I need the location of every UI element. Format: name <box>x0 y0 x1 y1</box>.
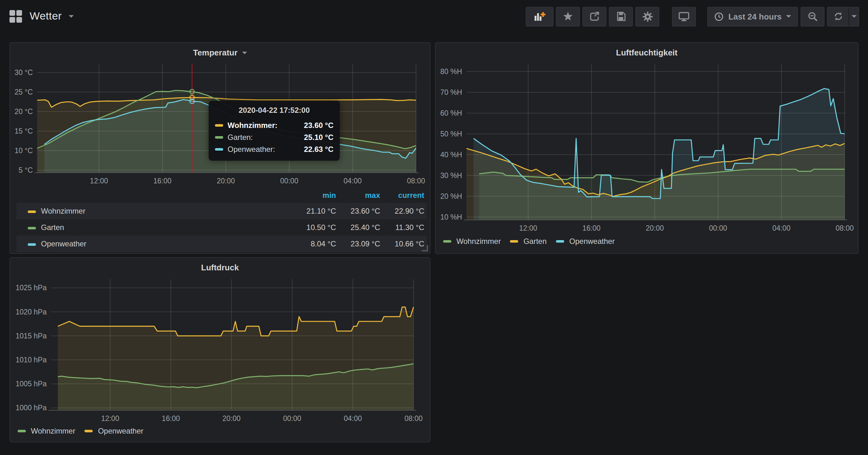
y-axis-tick-label: 70 %H <box>440 88 462 96</box>
legend-current-value: 22.90 °C <box>383 203 427 219</box>
humidity-chart[interactable]: 80 %H70 %H60 %H50 %H40 %H30 %H20 %H10 %H… <box>436 43 858 236</box>
panel-title-temperature[interactable]: Temperatur <box>193 48 247 57</box>
legend-item-wohnzimmer[interactable]: Wohnzimmer <box>443 237 501 246</box>
series-color-swatch <box>85 430 93 432</box>
save-button[interactable] <box>609 7 633 26</box>
add-panel-icon <box>534 11 546 22</box>
x-axis-tick-label: 08:00 <box>836 224 854 232</box>
legend-current-value: 11.30 °C <box>383 219 427 236</box>
series-area-openweather <box>474 89 845 220</box>
legend-row-wohnzimmer: Wohnzimmer21.10 °C23.60 °C22.90 °C <box>17 203 427 219</box>
legend-series-toggle[interactable]: Wohnzimmer <box>28 207 85 216</box>
y-axis-tick-label: 1020 hPa <box>16 308 47 316</box>
y-axis-tick-label: 1010 hPa <box>16 356 47 364</box>
x-axis-tick-label: 20:00 <box>646 224 664 232</box>
y-axis-tick-label: 10 °C <box>14 147 33 155</box>
tooltip-series-value: 23.60 °C <box>304 121 334 130</box>
panel-title-pressure[interactable]: Luftdruck <box>201 263 239 272</box>
x-axis-tick-label: 00:00 <box>283 414 301 423</box>
navbar-actions: Last 24 hours <box>524 7 859 26</box>
x-axis-tick-label: 16:00 <box>162 414 180 423</box>
panel-pressure: Luftdruck 1025 hPa1020 hPa1015 hPa1010 h… <box>9 257 431 443</box>
series-color-swatch <box>556 240 564 242</box>
legend-min-value: 10.50 °C <box>294 219 339 236</box>
panel-header-pressure: Luftdruck <box>10 262 430 273</box>
series-color-swatch <box>215 136 223 138</box>
legend-series-toggle[interactable]: Garten <box>28 223 64 232</box>
x-axis-tick-label: 00:00 <box>709 224 727 232</box>
legend-header-max[interactable]: max <box>339 189 383 203</box>
legend-item-openweather[interactable]: Openweather <box>556 237 615 246</box>
legend-min-value: 8.04 °C <box>294 236 339 252</box>
pressure-chart[interactable]: 1025 hPa1020 hPa1015 hPa1010 hPa1005 hPa… <box>10 258 430 423</box>
zoom-out-button[interactable] <box>801 7 825 26</box>
legend-series-toggle[interactable]: Openweather <box>28 239 86 248</box>
series-name-label: Wohnzimmer <box>31 427 75 435</box>
series-color-swatch <box>443 240 451 242</box>
legend-item-garten[interactable]: Garten <box>510 237 547 246</box>
series-color-swatch <box>28 227 36 229</box>
y-axis-tick-label: 1025 hPa <box>16 284 47 292</box>
series-color-swatch <box>28 243 36 246</box>
panel-resize-handle[interactable] <box>422 245 428 252</box>
refresh-icon <box>833 11 843 22</box>
share-button[interactable] <box>583 7 607 26</box>
tooltip-row-wohnzimmer: Wohnzimmer:23.60 °C <box>215 119 334 131</box>
y-axis-tick-label: 30 %H <box>440 171 462 180</box>
tooltip-series-value: 22.63 °C <box>304 144 334 154</box>
save-icon <box>616 11 626 22</box>
grafana-dashboard: Wetter <box>0 0 868 455</box>
series-name-label: Wohnzimmer <box>41 207 85 216</box>
star-button[interactable] <box>556 7 580 26</box>
chevron-down-icon <box>242 52 247 54</box>
tooltip-series-name: Wohnzimmer: <box>227 121 304 130</box>
navbar: Wetter <box>0 0 868 33</box>
legend-current-value: 10.66 °C <box>383 236 427 252</box>
humidity-legend: WohnzimmerGartenOpenweather <box>443 237 615 246</box>
legend-item-openweather[interactable]: Openweather <box>85 427 144 435</box>
series-color-swatch <box>28 210 36 213</box>
y-axis-tick-label: 25 °C <box>14 88 33 96</box>
chevron-down-icon[interactable] <box>69 15 74 18</box>
x-axis-tick-label: 04:00 <box>344 177 362 185</box>
legend-row-openweather: Openweather8.04 °C23.09 °C10.66 °C <box>17 236 427 252</box>
time-range-button[interactable]: Last 24 hours <box>708 7 798 26</box>
y-axis-tick-label: 15 °C <box>14 127 33 135</box>
y-axis-tick-label: 30 °C <box>14 68 33 76</box>
navbar-left: Wetter <box>9 9 74 23</box>
y-axis-tick-label: 5 °C <box>19 166 33 174</box>
refresh-interval-dropdown[interactable] <box>849 7 859 26</box>
panel-title-text: Temperatur <box>193 48 237 57</box>
x-axis-tick-label: 04:00 <box>344 414 362 423</box>
legend-item-wohnzimmer[interactable]: Wohnzimmer <box>18 427 75 435</box>
series-name-label: Openweather <box>569 237 615 246</box>
add-panel-button[interactable] <box>526 7 554 26</box>
dashboards-grid-icon[interactable] <box>9 9 23 23</box>
panel-title-text: Luftfeuchtigkeit <box>616 48 678 57</box>
y-axis-tick-label: 20 °C <box>14 107 33 116</box>
clock-icon <box>714 12 724 21</box>
tooltip-series-value: 25.10 °C <box>304 133 334 141</box>
gear-icon <box>642 11 653 22</box>
zoom-out-icon <box>807 11 818 22</box>
refresh-button[interactable] <box>828 7 849 26</box>
cycle-view-button[interactable] <box>672 7 696 26</box>
x-axis-tick-label: 04:00 <box>772 224 790 232</box>
x-axis-tick-label: 12:00 <box>101 414 120 423</box>
x-axis-tick-label: 12:00 <box>90 177 108 185</box>
legend-min-value: 21.10 °C <box>294 203 339 219</box>
series-color-swatch <box>510 240 519 242</box>
legend-header-current[interactable]: current <box>383 189 427 203</box>
x-axis-tick-label: 16:00 <box>154 177 172 185</box>
dashboard-title[interactable]: Wetter <box>30 10 62 23</box>
tooltip-series-name: Openweather: <box>227 144 304 154</box>
legend-header-min[interactable]: min <box>294 189 339 203</box>
y-axis-tick-label: 10 %H <box>440 213 462 221</box>
panel-title-humidity[interactable]: Luftfeuchtigkeit <box>616 48 678 57</box>
series-color-swatch <box>215 124 223 126</box>
y-axis-tick-label: 1015 hPa <box>16 332 47 340</box>
settings-button[interactable] <box>636 7 660 26</box>
x-axis-tick-label: 08:00 <box>407 177 425 185</box>
time-range-label: Last 24 hours <box>728 12 782 21</box>
panel-humidity: Luftfeuchtigkeit 80 %H70 %H60 %H50 %H40 … <box>435 42 859 254</box>
